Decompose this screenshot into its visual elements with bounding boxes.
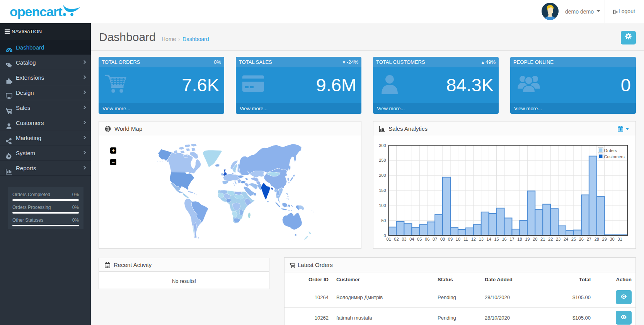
svg-text:27: 27 [587, 237, 591, 241]
svg-text:30: 30 [610, 237, 615, 241]
svg-text:16: 16 [502, 237, 506, 241]
svg-text:22: 22 [548, 237, 553, 241]
svg-text:12: 12 [471, 237, 476, 241]
svg-text:08: 08 [440, 237, 445, 241]
svg-text:20: 20 [533, 237, 537, 241]
svg-text:31: 31 [617, 237, 622, 241]
svg-text:Orders: Orders [604, 148, 617, 153]
svg-text:17: 17 [509, 237, 514, 241]
svg-text:06: 06 [425, 237, 429, 241]
svg-text:28: 28 [595, 237, 599, 241]
svg-text:200: 200 [379, 173, 386, 178]
svg-text:07: 07 [433, 237, 437, 241]
svg-text:29: 29 [602, 237, 607, 241]
svg-text:26: 26 [579, 237, 584, 241]
svg-text:opencart: opencart [10, 4, 62, 19]
svg-text:23: 23 [556, 237, 561, 241]
svg-text:250: 250 [379, 158, 386, 162]
svg-text:18: 18 [517, 237, 522, 241]
svg-text:05: 05 [417, 237, 422, 241]
svg-text:09: 09 [448, 237, 453, 241]
svg-text:11: 11 [463, 237, 468, 241]
svg-text:01: 01 [386, 237, 391, 241]
svg-text:50: 50 [381, 218, 386, 223]
svg-text:Customers: Customers [604, 154, 625, 159]
svg-text:150: 150 [379, 188, 386, 193]
svg-text:10: 10 [456, 237, 460, 241]
svg-text:13: 13 [479, 237, 484, 241]
svg-text:100: 100 [379, 203, 386, 208]
svg-text:04: 04 [409, 237, 414, 241]
svg-text:14: 14 [487, 237, 491, 241]
svg-text:25: 25 [571, 237, 576, 241]
svg-text:0: 0 [383, 233, 386, 238]
svg-text:03: 03 [402, 237, 406, 241]
svg-text:300: 300 [379, 143, 386, 148]
svg-text:15: 15 [494, 237, 499, 241]
svg-text:21: 21 [540, 237, 545, 241]
svg-text:02: 02 [394, 237, 399, 241]
svg-text:19: 19 [525, 237, 530, 241]
svg-text:24: 24 [564, 237, 568, 241]
